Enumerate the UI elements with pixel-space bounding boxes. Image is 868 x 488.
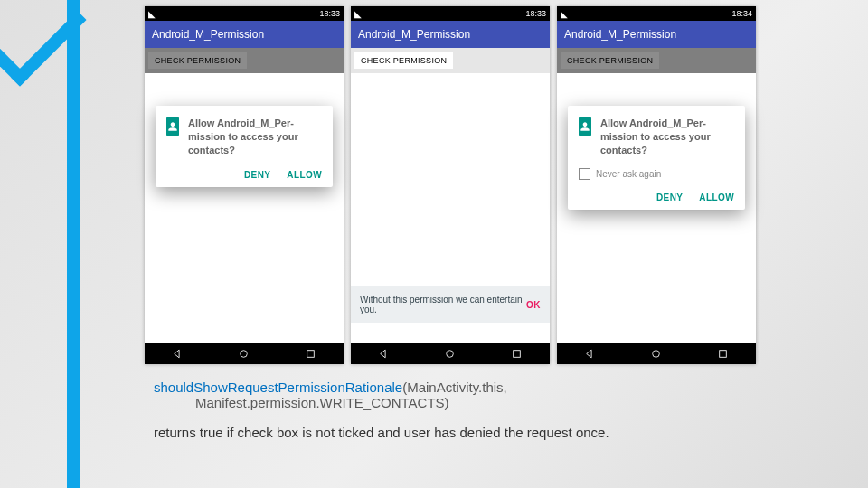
app-title-bar: Android_M_Permission xyxy=(351,21,550,48)
caption-desc: returns true if check box is not ticked … xyxy=(154,425,769,440)
status-time: 18:34 xyxy=(731,9,752,18)
snackbar: Without this permission we can entertain… xyxy=(351,286,550,323)
dialog-text: Allow Android_M_Per-mission to access yo… xyxy=(600,117,734,157)
code-line: shouldShowRequestPermissionRationale(Mai… xyxy=(154,380,769,410)
accent-bar xyxy=(67,0,80,488)
action-bar: CHECK PERMISSION xyxy=(145,48,344,73)
method-args-1: (MainActivity.this, xyxy=(402,380,507,395)
recent-icon[interactable] xyxy=(305,348,316,360)
back-icon[interactable] xyxy=(584,348,596,360)
action-bar: CHECK PERMISSION xyxy=(557,48,756,73)
status-bar: ◣ 18:33 xyxy=(145,6,344,21)
messaging-icon: ◣ xyxy=(354,9,362,19)
action-bar: CHECK PERMISSION xyxy=(351,48,550,73)
status-time: 18:33 xyxy=(525,9,546,18)
home-icon[interactable] xyxy=(650,348,662,360)
nav-bar xyxy=(557,343,756,364)
svg-rect-1 xyxy=(307,350,315,357)
recent-icon[interactable] xyxy=(717,348,729,360)
svg-rect-3 xyxy=(514,350,521,357)
phone-row: ◣ 18:33 Android_M_Permission CHECK PERMI… xyxy=(145,6,756,364)
app-title-bar: Android_M_Permission xyxy=(557,21,756,48)
svg-point-0 xyxy=(241,350,248,357)
app-title: Android_M_Permission xyxy=(152,28,264,41)
permission-dialog: Allow Android_M_Per-mission to access yo… xyxy=(568,106,745,210)
messaging-icon: ◣ xyxy=(148,9,156,19)
app-title: Android_M_Permission xyxy=(564,28,676,41)
nav-bar xyxy=(351,343,550,364)
app-title: Android_M_Permission xyxy=(358,28,470,41)
app-title-bar: Android_M_Permission xyxy=(145,21,344,48)
home-icon[interactable] xyxy=(238,348,250,360)
phone-2: ◣ 18:33 Android_M_Permission CHECK PERMI… xyxy=(351,6,550,364)
permission-dialog: Allow Android_M_Per-mission to access yo… xyxy=(156,106,333,187)
svg-point-2 xyxy=(447,350,454,357)
check-permission-button[interactable]: CHECK PERMISSION xyxy=(560,52,660,70)
home-icon[interactable] xyxy=(444,348,456,360)
never-ask-label: Never ask again xyxy=(596,169,661,179)
checkbox-icon[interactable] xyxy=(579,168,590,180)
status-bar: ◣ 18:34 xyxy=(557,6,756,21)
phone-body: Without this permission we can entertain… xyxy=(351,73,550,343)
check-permission-button[interactable]: CHECK PERMISSION xyxy=(147,52,248,70)
messaging-icon: ◣ xyxy=(561,9,568,19)
phone-3: ◣ 18:34 Android_M_Permission CHECK PERMI… xyxy=(557,6,756,364)
back-icon[interactable] xyxy=(172,348,184,360)
check-permission-button[interactable]: CHECK PERMISSION xyxy=(354,52,454,70)
nav-bar xyxy=(145,343,344,364)
allow-button[interactable]: ALLOW xyxy=(699,192,734,202)
svg-rect-5 xyxy=(720,350,727,357)
allow-button[interactable]: ALLOW xyxy=(287,170,322,180)
method-args-2: Manifest.permission.WRITE_CONTACTS) xyxy=(195,395,769,410)
svg-point-4 xyxy=(653,350,660,357)
status-bar: ◣ 18:33 xyxy=(351,6,550,21)
slide: ◣ 18:33 Android_M_Permission CHECK PERMI… xyxy=(0,0,868,488)
snackbar-text: Without this permission we can entertain… xyxy=(360,295,526,314)
phone-1: ◣ 18:33 Android_M_Permission CHECK PERMI… xyxy=(145,6,344,364)
contacts-icon xyxy=(166,117,179,136)
back-icon[interactable] xyxy=(378,348,390,360)
status-time: 18:33 xyxy=(319,9,340,18)
contacts-icon xyxy=(579,117,591,136)
dialog-text: Allow Android_M_Per-mission to access yo… xyxy=(188,117,322,157)
never-ask-row[interactable]: Never ask again xyxy=(579,168,734,180)
caption-block: shouldShowRequestPermissionRationale(Mai… xyxy=(154,380,769,440)
deny-button[interactable]: DENY xyxy=(656,192,683,202)
deny-button[interactable]: DENY xyxy=(244,170,270,180)
snackbar-ok-button[interactable]: OK xyxy=(526,300,541,310)
method-name: shouldShowRequestPermissionRationale xyxy=(154,380,402,395)
recent-icon[interactable] xyxy=(511,348,523,360)
